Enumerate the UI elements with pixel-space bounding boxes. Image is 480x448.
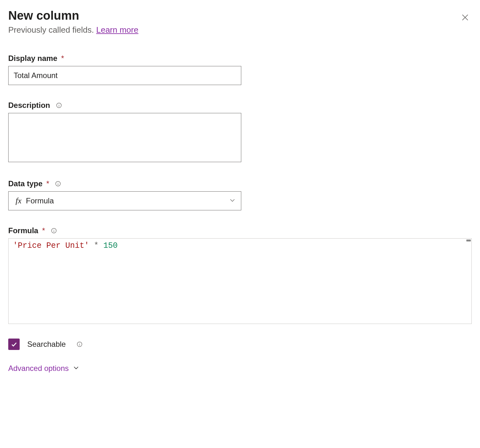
required-mark: *: [42, 226, 45, 235]
description-input[interactable]: [8, 113, 241, 162]
formula-field-group: Formula * 'Price Per Unit' * 150: [8, 226, 472, 324]
searchable-checkbox[interactable]: [8, 339, 20, 350]
chevron-down-icon: [73, 364, 80, 372]
data-type-label-text: Data type: [8, 179, 42, 188]
svg-point-10: [54, 229, 54, 230]
info-icon[interactable]: [56, 102, 62, 109]
description-label-text: Description: [8, 101, 50, 110]
required-mark: *: [46, 179, 49, 188]
close-icon[interactable]: [458, 11, 472, 25]
formula-token-string: 'Price Per Unit': [13, 241, 89, 250]
required-mark: *: [61, 54, 64, 63]
searchable-label: Searchable: [27, 340, 66, 349]
description-field-group: Description: [8, 101, 472, 163]
formula-label-text: Formula: [8, 226, 38, 235]
formula-token-operator: *: [94, 241, 99, 250]
formula-label: Formula *: [8, 226, 472, 235]
learn-more-link[interactable]: Learn more: [96, 25, 138, 35]
advanced-options-toggle[interactable]: Advanced options: [8, 364, 472, 373]
formula-token-number: 150: [103, 241, 118, 250]
info-icon[interactable]: [76, 341, 83, 347]
chevron-down-icon: [229, 197, 236, 205]
searchable-row: Searchable: [8, 339, 472, 350]
page-title: New column: [8, 9, 138, 23]
description-label: Description: [8, 101, 472, 110]
data-type-select[interactable]: fx Formula: [8, 191, 241, 210]
info-icon[interactable]: [55, 181, 61, 187]
scrollbar-thumb[interactable]: [466, 240, 471, 241]
advanced-options-label: Advanced options: [8, 364, 69, 373]
page-subtitle: Previously called fields. Learn more: [8, 25, 138, 35]
data-type-field-group: Data type * fx Formula: [8, 179, 472, 210]
display-name-input[interactable]: [8, 66, 241, 85]
data-type-label: Data type *: [8, 179, 472, 188]
fx-icon: fx: [16, 196, 22, 206]
data-type-value: Formula: [26, 196, 229, 205]
info-icon[interactable]: [51, 227, 57, 234]
display-name-label: Display name *: [8, 54, 472, 63]
subtitle-text: Previously called fields.: [8, 25, 96, 35]
display-name-field-group: Display name *: [8, 54, 472, 85]
svg-point-7: [58, 182, 58, 183]
display-name-label-text: Display name: [8, 54, 57, 63]
formula-editor[interactable]: 'Price Per Unit' * 150: [8, 238, 472, 324]
svg-point-13: [80, 343, 80, 343]
svg-point-4: [59, 104, 59, 104]
